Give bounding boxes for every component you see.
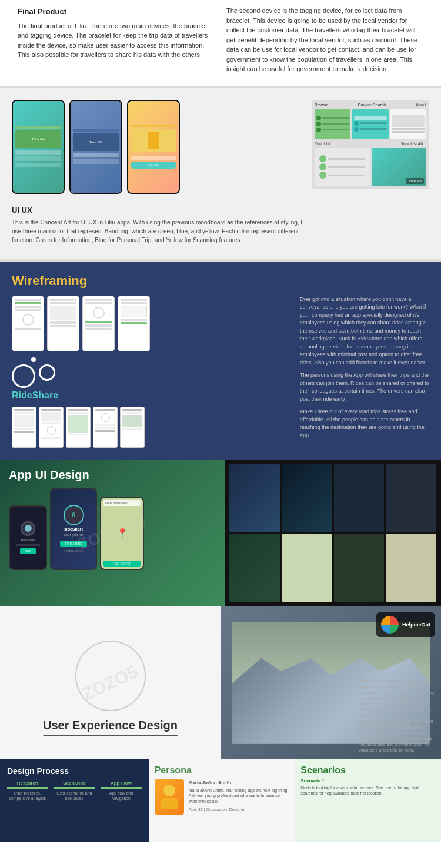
uiux-text: This is the Concept Art for UI UX in Lik… (12, 218, 303, 244)
wire-phone-sm-2 (39, 407, 64, 448)
final-product-left: Final Product The final product of Liku.… (18, 6, 215, 74)
process-item-scenarios: Scenarios User scenarios and use cases (54, 780, 95, 801)
appui-thumb-3 (334, 464, 385, 532)
appui-thumb-screen-1 (229, 464, 280, 532)
scenario-subtitle: Scenario 1. (300, 778, 435, 783)
appui-phones: RideShare FIND 6 RideShare Share your ri… (9, 488, 216, 570)
process-items: Research User research, competitive anal… (7, 780, 142, 801)
phone-mockup-1: Toke Me (12, 100, 65, 194)
uxd-section: ZOZO5 User Experience Design HelpmeOut H… (0, 606, 441, 759)
rideshare-circle-right (39, 364, 55, 381)
wireframing-desc-1: Ever got into a situation where you don'… (300, 296, 429, 367)
scenarios-title: Scenarios (300, 765, 435, 776)
appui-thumb-screen-5 (229, 534, 280, 602)
appui-thumb-4 (386, 464, 436, 532)
appui-right (225, 460, 441, 606)
appui-thumb-8 (386, 534, 436, 602)
appui-thumb-7 (334, 534, 385, 602)
process-appflow-label: App Flow (101, 780, 142, 786)
persona-title: Persona (155, 765, 289, 776)
process-scenarios-label: Scenarios (54, 780, 95, 786)
persona-details: Age: 25 | Occupation: Designer (189, 807, 289, 813)
process-scenarios-bar (54, 787, 95, 789)
uxd-left: ZOZO5 User Experience Design (0, 606, 220, 759)
appui-phone-lg: Enter destination FIND DRIVER 📍 (100, 497, 144, 570)
wire-phone-1 (12, 296, 44, 351)
ride-text: Ride (12, 390, 32, 400)
bottom-section: Design Process Research User research, c… (0, 759, 441, 842)
screen-labels-row2: Your List Your List Ab... (315, 142, 426, 146)
persona-avatar (155, 779, 184, 815)
process-appflow-text: App flow and navigation (101, 790, 142, 801)
appui-thumb-6 (282, 534, 332, 602)
helpmeout-logo (381, 616, 399, 634)
appui-screen-main: 6 RideShare Share your ride FIND A RIDE … (51, 489, 96, 569)
wire-phones-row-top (12, 296, 291, 351)
scenario-text: Maria is looking for a service in her ar… (300, 785, 435, 797)
appui-phone-md: 6 RideShare Share your ride FIND A RIDE … (50, 488, 97, 570)
process-research-bar (7, 787, 48, 789)
process-research-label: Research (7, 780, 48, 786)
wire-phone-3 (82, 296, 115, 351)
uiux-screens-grid (315, 109, 426, 139)
design-process-panel: Design Process Research User research, c… (0, 759, 149, 842)
wireframing-header: Wireframing (12, 273, 429, 289)
wireframing-desc-2: The persons using the App will share the… (300, 371, 429, 403)
phone-mockup-2: Toke Me (69, 100, 122, 194)
appui-map: Enter destination FIND DRIVER 📍 (101, 498, 143, 569)
final-product-right: The second device is the tagging device,… (226, 6, 423, 74)
rideshare-logo: RideShare (12, 357, 291, 401)
appui-thumb-screen-4 (386, 464, 436, 532)
wire-phone-sm-3 (66, 407, 91, 448)
appui-thumb-5 (229, 534, 280, 602)
process-item-appflow: App Flow App flow and navigation (101, 780, 142, 801)
final-product-right-text: The second device is the tagging device,… (226, 6, 423, 74)
helpmeout-name: HelpmeOut (402, 622, 430, 628)
share-text: Share (32, 390, 58, 400)
wireframing-section: Wireframing (0, 262, 441, 460)
appui-btn-main[interactable]: FIND A RIDE (60, 541, 86, 547)
persona-panel: Persona Maria JoAnn Smith Maria JoAnn Sm… (149, 759, 295, 842)
appui-thumb-screen-7 (334, 534, 385, 602)
appui-title: App UI Design (9, 468, 216, 482)
uiux-title: UI UX (12, 206, 303, 215)
label-your-list: Your List (315, 142, 330, 146)
appui-thumb-2 (282, 464, 332, 532)
persona-desc: Maria JoAnn Smith. Your calling app the … (189, 787, 289, 805)
helpmeout-title: HelpmeOut (402, 622, 430, 628)
persona-text-content: Maria JoAnn Smith Maria JoAnn Smith. You… (189, 779, 289, 836)
uiux-phones: Toke Me Toke Me (12, 100, 303, 194)
appui-thumb-screen-3 (334, 464, 385, 532)
screen-label-browse: Browse (315, 103, 328, 107)
rideshare-circle-left (12, 364, 35, 388)
scenarios-panel: Scenarios Scenario 1. Maria is looking f… (295, 759, 441, 842)
uiux-screens-grid2: Toke Me (315, 148, 426, 186)
process-scenarios-text: User scenarios and use cases (54, 790, 95, 801)
avatar-head (163, 785, 175, 796)
process-research-text: User research, competitive analysis (7, 790, 48, 801)
wireframing-right: Ever got into a situation where you don'… (300, 296, 429, 448)
uiux-right: Browse Browse Search About (312, 100, 429, 189)
uxd-right: HelpmeOut HelpmeOut is an android based … (220, 606, 441, 759)
wireframing-content: RideShare (12, 296, 429, 448)
appui-screen-dark-1: RideShare FIND (10, 507, 46, 569)
design-process-title: Design Process (7, 766, 142, 776)
helpmeout-badge: HelpmeOut (376, 612, 435, 637)
screen-label-search: Browse Search (358, 103, 386, 107)
appui-thumb-screen-8 (386, 534, 436, 602)
process-appflow-bar (101, 787, 142, 789)
rideshare-text: RideShare (12, 390, 291, 401)
uiux-left: Toke Me Toke Me (12, 100, 303, 247)
wireframing-desc-3: Make Three out of every road trips stres… (300, 408, 429, 440)
uiux-description: UI UX This is the Concept Art for UI UX … (12, 203, 303, 247)
final-product-section: Final Product The final product of Liku.… (0, 0, 441, 86)
wire-phones-row-bottom (12, 407, 291, 448)
appui-thumb-screen-2 (282, 464, 332, 532)
wireframing-title: Wireframing (12, 273, 87, 288)
wireframing-left: RideShare (12, 296, 291, 448)
phone-screen-3: Toke Me (128, 101, 179, 193)
appui-phone-sm-1: RideShare FIND (9, 505, 47, 570)
uxd-circle (75, 641, 146, 711)
process-item-research: Research User research, competitive anal… (7, 780, 48, 801)
wire-phone-2 (47, 296, 79, 351)
